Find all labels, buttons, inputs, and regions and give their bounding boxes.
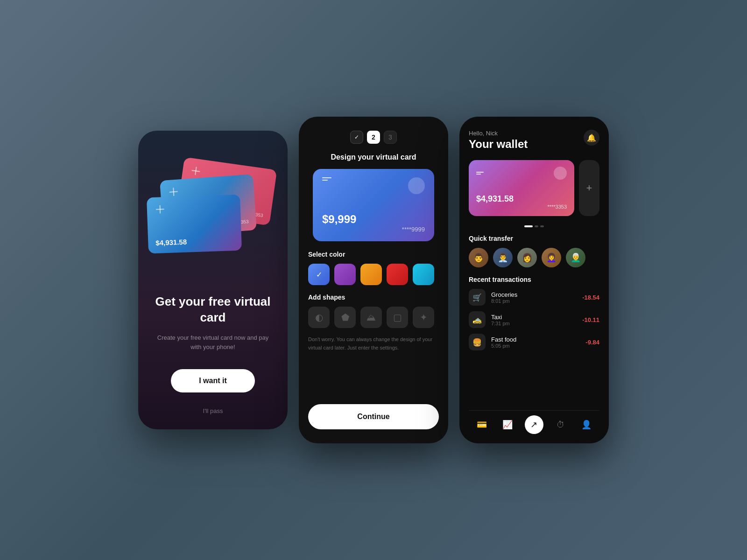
nav-transfer[interactable]: ↗ [525,415,543,434]
screen-2: ✓ 2 3 Design your virtual card $9,999 **… [299,117,448,443]
step-2-active: 2 [367,131,380,144]
groceries-info: Groceries 8:01 pm [491,291,577,304]
wallet-card-amount: $4,931.58 [476,194,567,204]
wallet-card-logo [476,172,484,175]
swatch-blue[interactable]: ✓ [308,264,330,285]
wallet-card-num: ****3353 [476,204,567,210]
swatch-purple[interactable] [334,264,356,285]
shape-1[interactable]: ◐ [308,307,330,328]
dot-1 [535,225,538,227]
preview-card-top [322,177,425,181]
screen1-content: Get your free virtual card Create your f… [138,280,288,407]
transaction-fastfood: 🍔 Fast food 5:05 pm -9.84 [469,334,599,350]
shapes-label: Add shapes [308,294,439,301]
wallet-header: Hello, Nick Your wallet [469,130,528,151]
wallet-card-row: $4,931.58 ****3353 + [469,160,599,216]
wallet-greeting: Hello, Nick [469,130,528,137]
wallet-card-circle [554,167,567,180]
nav-stats[interactable]: 📈 [499,416,516,433]
pass-button[interactable]: I'll pass [203,407,223,414]
swatch-check-icon: ✓ [316,270,322,279]
taxi-time: 7:31 pm [491,321,577,326]
card-cross-icon-front [154,203,166,215]
want-it-button[interactable]: I want it [171,369,255,392]
taxi-amount: -10.11 [582,316,599,323]
recent-transactions: 🛒 Groceries 8:01 pm -18.54 🚕 Taxi 7:31 p… [469,289,599,350]
groceries-name: Groceries [491,291,577,298]
avatar-4[interactable]: 👩‍🦱 [542,248,561,267]
shape-3[interactable]: ⛰ [360,307,382,328]
swatch-cyan[interactable] [413,264,434,285]
preview-card-bottom: $9,999 ****9999 [322,213,425,233]
quick-transfer-label: Quick transfer [469,235,599,242]
design-note: Don't worry. You can always change the d… [308,336,439,352]
wallet-top: Hello, Nick Your wallet 🔔 [469,130,599,160]
transaction-groceries: 🛒 Groceries 8:01 pm -18.54 [469,289,599,306]
preview-card-logo [322,177,331,181]
avatar-1[interactable]: 👨 [469,248,488,267]
preview-card: $9,999 ****9999 [313,169,434,241]
step-3-inactive: 3 [384,131,397,144]
swatch-red[interactable] [387,264,408,285]
avatar-5[interactable]: 👨‍🦳 [566,248,585,267]
taxi-icon: 🚕 [469,311,486,328]
transaction-taxi: 🚕 Taxi 7:31 pm -10.11 [469,311,599,328]
quick-transfer: 👨 👨‍💼 👩 👩‍🦱 👨‍🦳 [469,248,599,267]
dot-2 [540,225,544,227]
bell-icon[interactable]: 🔔 [584,130,599,146]
design-title: Design your virtual card [331,153,416,161]
cards-area: $4,931.58 ****3353 $4,931.58 ****3353 $4… [138,149,288,271]
fastfood-amount: -9.84 [585,339,599,346]
taxi-name: Taxi [491,314,577,321]
card-logo-front [154,201,233,215]
wallet-card-bottom: $4,931.58 ****3353 [476,194,567,210]
dot-active [524,225,533,227]
swatch-orange[interactable] [360,264,382,285]
card-amount-front: $4,931.58 [155,238,187,247]
fastfood-time: 5:05 pm [491,343,580,349]
avatar-3[interactable]: 👩 [517,248,537,267]
avatar-2[interactable]: 👨‍💼 [493,248,513,267]
screen1-title: Get your free virtual card [152,294,274,326]
nav-wallet[interactable]: 💳 [473,416,490,433]
step-indicators: ✓ 2 3 [350,131,397,144]
card-bottom-front: $4,931.58 [155,236,234,247]
shape-4[interactable]: ▢ [387,307,408,328]
shape-5[interactable]: ✦ [413,307,434,328]
bottom-nav: 💳 📈 ↗ ⏱ 👤 [469,410,599,434]
groceries-time: 8:01 pm [491,298,577,304]
screen-3: Hello, Nick Your wallet 🔔 $4,931.58 ****… [459,117,609,443]
card-cross-icon [190,165,202,177]
card-front: $4,931.58 [147,195,242,254]
wallet-main-card: $4,931.58 ****3353 [469,160,574,216]
card-dots [469,225,599,227]
taxi-info: Taxi 7:31 pm [491,314,577,326]
card-cross-icon-mid [168,186,180,198]
continue-button[interactable]: Continue [308,404,439,429]
fastfood-name: Fast food [491,336,580,343]
color-label: Select color [308,251,439,258]
transactions-label: Recent transactions [469,276,599,283]
preview-card-circle [408,177,425,194]
wallet-card-top [476,167,567,180]
groceries-amount: -18.54 [582,294,599,301]
fastfood-icon: 🍔 [469,334,486,350]
wallet-title: Your wallet [469,138,528,151]
groceries-icon: 🛒 [469,289,486,306]
add-card-button[interactable]: + [579,160,599,216]
shape-2[interactable]: ⬟ [334,307,356,328]
color-swatches: ✓ [308,264,439,285]
fastfood-info: Fast food 5:05 pm [491,336,580,349]
nav-history[interactable]: ⏱ [552,416,569,433]
preview-card-amount: $9,999 [322,213,425,226]
screen-1: $4,931.58 ****3353 $4,931.58 ****3353 $4… [138,131,288,429]
nav-profile[interactable]: 👤 [578,416,595,433]
preview-card-number: ****9999 [322,226,425,233]
screen1-subtitle: Create your free virtual card now and pa… [152,333,274,353]
step-1-done: ✓ [350,131,363,144]
shapes-row: ◐ ⬟ ⛰ ▢ ✦ [308,307,439,328]
